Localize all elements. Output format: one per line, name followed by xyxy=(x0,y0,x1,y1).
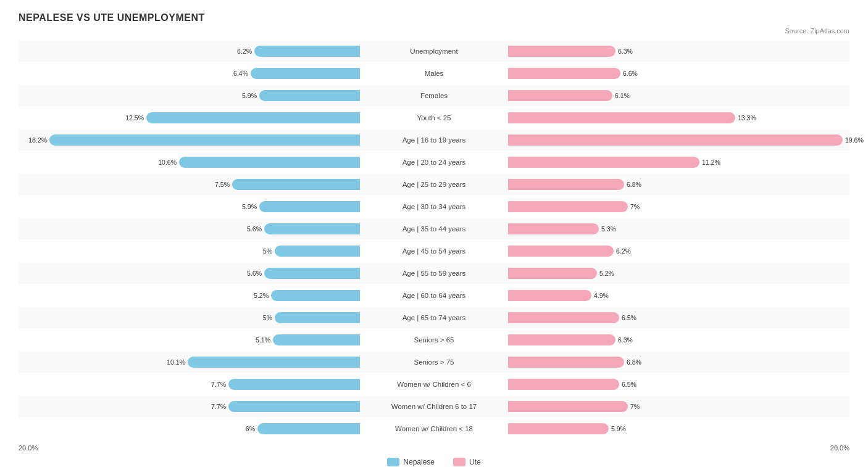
table-row: 18.2% Age | 16 to 19 years 19.6% xyxy=(19,130,849,151)
pink-bar-4: 19.6% xyxy=(508,134,843,146)
row-inner-0: 6.2% Unemployment 6.3% xyxy=(19,43,849,60)
pink-bar-6: 6.8% xyxy=(508,179,624,190)
nepalese-color-swatch xyxy=(387,458,399,466)
row-label-15: Women w/ Children < 6 xyxy=(360,381,508,388)
left-value-0: 6.2% xyxy=(237,48,252,55)
left-value-8: 5.6% xyxy=(247,225,262,233)
right-section-1: 6.6% xyxy=(508,65,849,82)
table-row: 5.2% Age | 60 to 64 years 4.9% xyxy=(19,285,849,306)
blue-bar-10: 5.6% xyxy=(264,268,360,279)
row-label-7: Age | 30 to 34 years xyxy=(360,203,508,210)
row-inner-16: 7.7% Women w/ Children 6 to 17 7% xyxy=(19,398,849,415)
right-section-4: 19.6% xyxy=(508,131,849,149)
left-value-5: 10.6% xyxy=(158,159,177,166)
row-inner-11: 5.2% Age | 60 to 64 years 4.9% xyxy=(19,287,849,304)
right-value-16: 7% xyxy=(630,403,640,410)
row-label-2: Females xyxy=(360,92,508,99)
chart-container: NEPALESE VS UTE UNEMPLOYMENT Source: Zip… xyxy=(0,0,868,467)
blue-bar-4: 18.2% xyxy=(49,134,360,146)
right-section-14: 6.8% xyxy=(508,353,849,371)
row-label-14: Seniors > 75 xyxy=(360,358,508,366)
blue-bar-8: 5.6% xyxy=(264,223,360,234)
left-value-17: 6% xyxy=(246,425,255,432)
right-value-6: 6.8% xyxy=(627,181,641,188)
left-section-16: 7.7% xyxy=(19,398,360,415)
right-value-2: 6.1% xyxy=(615,92,630,99)
blue-bar-13: 5.1% xyxy=(273,334,360,345)
table-row: 7.7% Women w/ Children 6 to 17 7% xyxy=(19,396,849,417)
right-section-11: 4.9% xyxy=(508,287,849,304)
table-row: 7.5% Age | 25 to 29 years 6.8% xyxy=(19,174,849,195)
pink-bar-0: 6.3% xyxy=(508,46,616,57)
left-value-1: 6.4% xyxy=(233,70,248,77)
right-value-11: 4.9% xyxy=(594,292,609,299)
row-label-10: Age | 55 to 59 years xyxy=(360,270,508,277)
right-value-12: 6.5% xyxy=(622,314,636,321)
blue-bar-2: 5.9% xyxy=(259,90,360,101)
left-value-16: 7.7% xyxy=(211,403,226,410)
left-value-3: 12.5% xyxy=(125,114,144,122)
table-row: 5% Age | 45 to 54 years 6.2% xyxy=(19,241,849,262)
table-row: 5.1% Seniors > 65 6.3% xyxy=(19,329,849,350)
right-section-15: 6.5% xyxy=(508,376,849,393)
right-section-17: 5.9% xyxy=(508,420,849,437)
left-value-6: 7.5% xyxy=(215,181,230,188)
row-inner-14: 10.1% Seniors > 75 6.8% xyxy=(19,353,849,371)
row-inner-13: 5.1% Seniors > 65 6.3% xyxy=(19,331,849,349)
legend-ute: Ute xyxy=(453,458,481,466)
right-value-4: 19.6% xyxy=(845,136,864,144)
left-section-13: 5.1% xyxy=(19,331,360,349)
row-inner-6: 7.5% Age | 25 to 29 years 6.8% xyxy=(19,176,849,193)
left-section-15: 7.7% xyxy=(19,376,360,393)
row-label-5: Age | 20 to 24 years xyxy=(360,159,508,166)
blue-bar-3: 12.5% xyxy=(146,112,360,123)
table-row: 6% Women w/ Children < 18 5.9% xyxy=(19,418,849,439)
right-value-5: 11.2% xyxy=(702,159,720,166)
left-section-6: 7.5% xyxy=(19,176,360,193)
table-row: 5.9% Age | 30 to 34 years 7% xyxy=(19,196,849,217)
pink-bar-7: 7% xyxy=(508,201,628,212)
blue-bar-15: 7.7% xyxy=(228,379,360,390)
left-axis-label: 20.0% xyxy=(19,444,38,452)
left-section-12: 5% xyxy=(19,309,360,326)
right-value-8: 5.3% xyxy=(601,225,616,233)
right-value-7: 7% xyxy=(630,203,640,210)
right-axis-label: 20.0% xyxy=(830,444,849,452)
right-section-13: 6.3% xyxy=(508,331,849,349)
pink-bar-8: 5.3% xyxy=(508,223,599,234)
row-inner-9: 5% Age | 45 to 54 years 6.2% xyxy=(19,242,849,260)
right-section-7: 7% xyxy=(508,198,849,215)
left-value-10: 5.6% xyxy=(247,270,262,277)
right-value-17: 5.9% xyxy=(611,425,626,432)
right-value-9: 6.2% xyxy=(616,247,631,255)
pink-bar-11: 4.9% xyxy=(508,290,591,301)
right-value-10: 5.2% xyxy=(599,270,614,277)
left-section-10: 5.6% xyxy=(19,265,360,282)
right-section-3: 13.3% xyxy=(508,109,849,126)
left-value-11: 5.2% xyxy=(254,292,269,299)
table-row: 5.6% Age | 35 to 44 years 5.3% xyxy=(19,218,849,239)
pink-bar-2: 6.1% xyxy=(508,90,612,101)
row-inner-7: 5.9% Age | 30 to 34 years 7% xyxy=(19,198,849,215)
blue-bar-11: 5.2% xyxy=(271,290,360,301)
blue-bar-0: 6.2% xyxy=(254,46,360,57)
row-inner-4: 18.2% Age | 16 to 19 years 19.6% xyxy=(19,131,849,149)
right-section-9: 6.2% xyxy=(508,242,849,260)
row-inner-5: 10.6% Age | 20 to 24 years 11.2% xyxy=(19,154,849,171)
pink-bar-3: 13.3% xyxy=(508,112,735,123)
chart-title: NEPALESE VS UTE UNEMPLOYMENT xyxy=(19,12,849,23)
left-section-7: 5.9% xyxy=(19,198,360,215)
row-label-11: Age | 60 to 64 years xyxy=(360,292,508,299)
table-row: 12.5% Youth < 25 13.3% xyxy=(19,107,849,128)
left-value-15: 7.7% xyxy=(211,381,226,388)
left-value-7: 5.9% xyxy=(242,203,257,210)
row-label-16: Women w/ Children 6 to 17 xyxy=(360,403,508,410)
left-value-13: 5.1% xyxy=(256,336,270,344)
right-value-1: 6.6% xyxy=(623,70,638,77)
pink-bar-12: 6.5% xyxy=(508,312,619,323)
right-section-8: 5.3% xyxy=(508,220,849,238)
right-section-12: 6.5% xyxy=(508,309,849,326)
left-section-17: 6% xyxy=(19,420,360,437)
row-label-6: Age | 25 to 29 years xyxy=(360,181,508,188)
left-section-5: 10.6% xyxy=(19,154,360,171)
